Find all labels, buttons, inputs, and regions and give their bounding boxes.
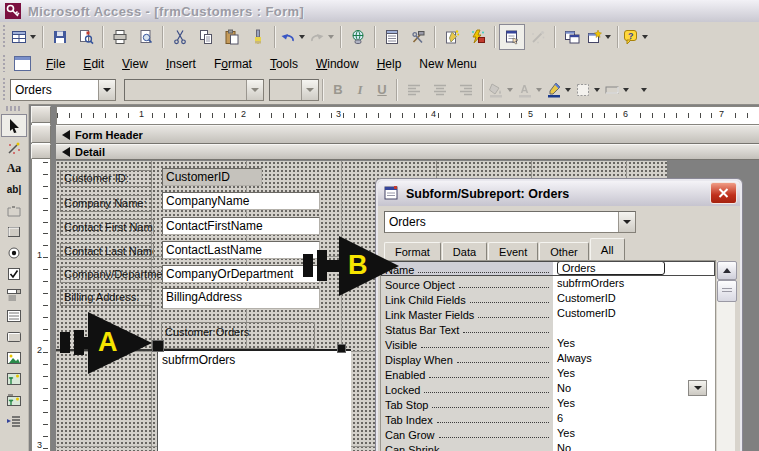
control-wizards-tool[interactable] [2, 137, 26, 158]
label-tool[interactable]: Aa [2, 158, 26, 179]
fill-color-dropdown-arrow[interactable] [507, 88, 513, 92]
property-row-display-when[interactable]: Display When Always [381, 351, 715, 366]
toolbox-grip[interactable] [6, 106, 23, 111]
align-left-button[interactable] [401, 77, 427, 103]
menu-new-menu[interactable]: New Menu [410, 54, 485, 74]
contact-last-name-textbox[interactable]: ContactLastName [162, 241, 320, 259]
property-row-name[interactable]: Name Orders [381, 261, 715, 276]
line-border-width-dropdown-arrow[interactable] [594, 88, 600, 92]
textbox-tool[interactable]: ab| [2, 179, 26, 200]
tab-data[interactable]: Data [442, 242, 487, 260]
tab-other[interactable]: Other [539, 242, 589, 260]
toolbox-button[interactable] [405, 24, 431, 50]
view-dropdown-arrow[interactable] [30, 35, 36, 39]
subform-move-handle[interactable] [152, 340, 164, 352]
customer-id-textbox[interactable]: CustomerID [162, 168, 262, 186]
property-row-visible[interactable]: Visible Yes [381, 336, 715, 351]
save-button[interactable] [47, 24, 73, 50]
database-window-button[interactable] [559, 24, 585, 50]
tab-all[interactable]: All [590, 238, 625, 260]
option-group-tool[interactable] [2, 200, 26, 221]
undo-dropdown-arrow[interactable] [299, 35, 305, 39]
company-department-label[interactable]: Company/Departmen [60, 266, 167, 283]
file-search-button[interactable] [73, 24, 99, 50]
code-button[interactable] [439, 24, 465, 50]
scroll-up-button[interactable] [717, 261, 737, 280]
properties-title-bar[interactable]: Subform/Subreport: Orders [378, 181, 740, 206]
property-row-link-child-fields[interactable]: Link Child Fields CustomerID [381, 291, 715, 306]
property-object-combo[interactable]: Orders [384, 211, 636, 233]
font-size-combo[interactable] [269, 79, 319, 101]
contact-first-name-textbox[interactable]: ContactFirstName [162, 217, 320, 235]
undo-button[interactable] [279, 24, 308, 50]
new-object-dropdown-arrow[interactable] [605, 35, 611, 39]
special-effect-dropdown-arrow[interactable] [623, 88, 629, 92]
menu-edit[interactable]: Edit [74, 54, 113, 74]
menu-format[interactable]: Format [205, 54, 261, 74]
redo-dropdown-arrow[interactable] [328, 35, 334, 39]
tab-event[interactable]: Event [488, 242, 538, 260]
copy-button[interactable] [193, 24, 219, 50]
menubar-grip[interactable] [2, 55, 7, 73]
company-name-textbox[interactable]: CompanyName [162, 192, 320, 210]
select-objects-tool[interactable] [1, 114, 27, 137]
name-value-editbox[interactable]: Orders [557, 261, 665, 275]
property-list-scrollbar[interactable] [717, 261, 735, 451]
line-color-dropdown-arrow[interactable] [565, 88, 571, 92]
format-painter-button[interactable] [245, 24, 271, 50]
help-button[interactable]: ? [622, 24, 651, 50]
help-dropdown-arrow[interactable] [642, 35, 648, 39]
detail-selector-box[interactable] [31, 144, 51, 159]
page-break-tool[interactable] [2, 410, 26, 431]
property-row-locked[interactable]: Locked No [381, 381, 715, 396]
orders-subform-control[interactable]: subfrmOrders [157, 349, 351, 451]
object-selector-dropdown[interactable] [98, 80, 115, 100]
toggle-button-tool[interactable] [2, 221, 26, 242]
command-button-tool[interactable] [2, 326, 26, 347]
form-header-selector-box[interactable] [31, 125, 51, 143]
bold-button[interactable]: B [327, 79, 349, 101]
font-name-dropdown[interactable] [246, 80, 263, 100]
property-row-can-grow[interactable]: Can Grow Yes [381, 426, 715, 441]
company-or-department-textbox[interactable]: CompanyOrDepartment [162, 265, 320, 283]
detail-section-bar[interactable]: Detail [56, 144, 759, 160]
billing-address-label[interactable]: Billing Address: [60, 289, 152, 306]
new-object-button[interactable] [585, 24, 614, 50]
menu-tools[interactable]: Tools [261, 54, 307, 74]
close-button[interactable] [710, 182, 737, 204]
menu-view[interactable]: View [113, 54, 157, 74]
scrollbar-thumb[interactable] [717, 280, 737, 302]
image-tool[interactable] [2, 347, 26, 368]
object-selector-combo[interactable]: Orders [10, 79, 116, 101]
contact-last-name-label[interactable]: Contact Last Name: [60, 243, 154, 260]
font-name-combo[interactable] [124, 79, 264, 101]
toolbar-grip[interactable] [2, 25, 7, 48]
menu-file[interactable]: File [37, 54, 74, 74]
subform-sizing-handle[interactable] [337, 344, 346, 353]
paste-button[interactable] [219, 24, 245, 50]
align-right-button[interactable] [453, 77, 479, 103]
list-box-tool[interactable] [2, 305, 26, 326]
property-row-link-master-fields[interactable]: Link Master Fields CustomerID [381, 306, 715, 321]
unbound-object-frame-tool[interactable] [2, 368, 26, 389]
italic-button[interactable]: I [349, 79, 371, 101]
font-color-button[interactable]: A [516, 77, 545, 103]
property-row-tab-index[interactable]: Tab Index 6 [381, 411, 715, 426]
underline-button[interactable]: U [371, 79, 393, 101]
line-color-button[interactable] [545, 77, 574, 103]
property-row-source-object[interactable]: Source Object subfrmOrders [381, 276, 715, 291]
line-border-width-button[interactable] [574, 77, 603, 103]
form-header-section-bar[interactable]: Form Header [56, 125, 759, 144]
toolbar-options-arrow[interactable] [641, 88, 647, 92]
customer-orders-label[interactable]: Customer Orders [161, 322, 315, 349]
contact-first-name-label[interactable]: Contact First Name: [60, 219, 154, 236]
billing-address-textbox[interactable]: BillingAddress [162, 288, 320, 309]
fill-color-button[interactable] [487, 77, 516, 103]
autoformat-button[interactable] [465, 24, 491, 50]
cut-button[interactable] [167, 24, 193, 50]
combo-box-tool[interactable] [2, 284, 26, 305]
print-preview-button[interactable] [133, 24, 159, 50]
insert-hyperlink-button[interactable] [345, 24, 371, 50]
company-name-label[interactable]: Company Name: [60, 195, 152, 212]
align-center-button[interactable] [427, 77, 453, 103]
